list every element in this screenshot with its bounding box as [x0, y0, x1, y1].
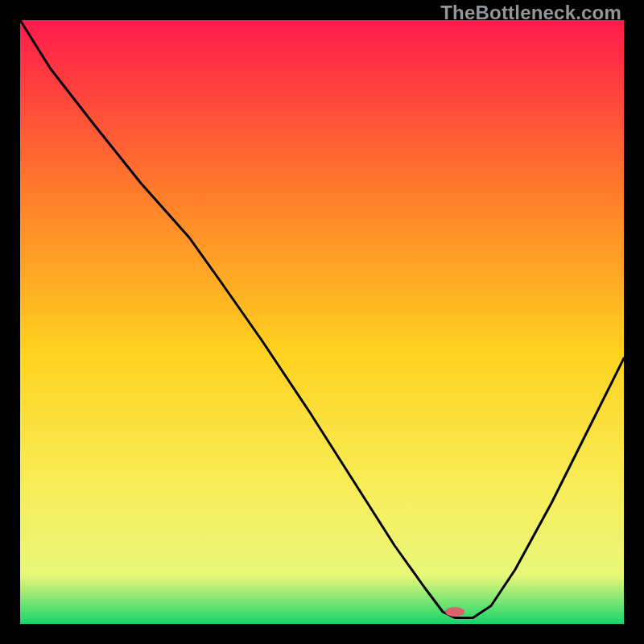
- bottleneck-chart: [20, 20, 624, 624]
- chart-frame: [20, 20, 624, 624]
- optimal-marker: [445, 607, 464, 617]
- watermark-text: TheBottleneck.com: [440, 2, 621, 24]
- gradient-background: [20, 20, 624, 624]
